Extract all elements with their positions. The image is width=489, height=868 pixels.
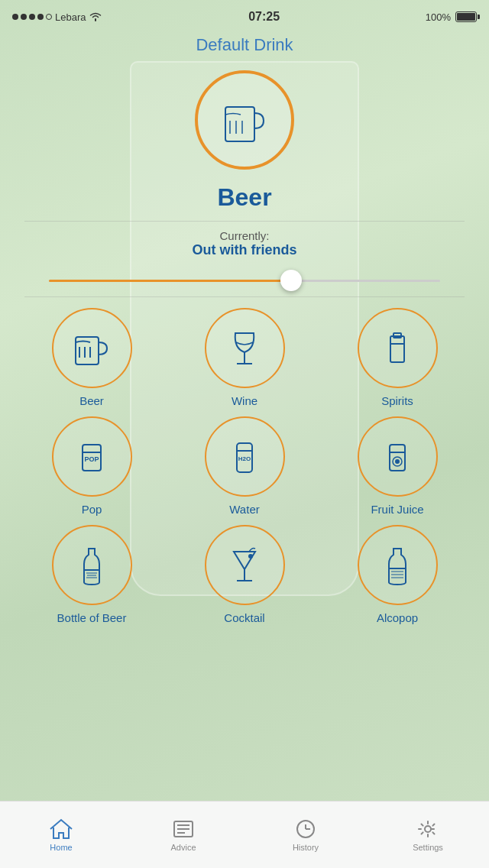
tab-advice[interactable]: Advice — [122, 802, 244, 868]
tab-settings-label: Settings — [413, 843, 443, 852]
divider-1 — [24, 221, 465, 222]
main-content: Default Drink Beer Currently: Out with f… — [0, 31, 489, 624]
selected-drink-name: Beer — [217, 183, 271, 212]
drink-circle-bottleofbeer — [52, 525, 132, 605]
spirits-label: Spirits — [381, 394, 413, 407]
svg-point-37 — [425, 826, 431, 832]
wifi-icon — [89, 11, 102, 24]
drink-circle-beer — [52, 308, 132, 388]
page-title: Default Drink — [196, 35, 293, 55]
drink-circle-spirits — [358, 308, 438, 388]
svg-text:H2O: H2O — [238, 455, 251, 462]
drink-item-pop[interactable]: POP Pop — [15, 416, 168, 516]
status-time: 07:25 — [248, 10, 280, 24]
status-left: Lebara — [12, 11, 102, 24]
drink-slider[interactable] — [49, 269, 440, 292]
svg-point-27 — [248, 554, 253, 559]
wine-label: Wine — [232, 394, 257, 407]
alcopop-label: Alcopop — [377, 611, 418, 624]
tab-history-label: History — [293, 843, 319, 852]
drink-circle-wine — [205, 308, 285, 388]
drink-item-bottleofbeer[interactable]: Bottle of Beer — [15, 525, 168, 624]
tab-settings[interactable]: Settings — [367, 802, 489, 868]
tab-advice-label: Advice — [170, 843, 196, 852]
battery-fill — [457, 13, 475, 21]
carrier-name: Lebara — [55, 11, 86, 23]
drink-grid: Beer Wine Spiri — [0, 308, 489, 624]
dot5 — [46, 14, 52, 20]
cocktail-label: Cocktail — [224, 611, 264, 624]
slider-thumb[interactable] — [280, 270, 302, 291]
svg-rect-10 — [390, 336, 404, 362]
status-right: 100% — [426, 11, 477, 23]
battery-icon — [455, 11, 477, 22]
svg-point-22 — [396, 460, 399, 463]
tab-home[interactable]: Home — [0, 802, 122, 868]
drink-circle-cocktail — [205, 525, 285, 605]
slider-track — [49, 280, 440, 282]
slider-fill — [49, 280, 291, 282]
bottleofbeer-label: Bottle of Beer — [57, 611, 127, 624]
beer-label: Beer — [79, 394, 104, 407]
pop-label: Pop — [82, 503, 102, 516]
currently-value: Out with friends — [193, 242, 297, 258]
drink-item-fruitjuice[interactable]: Fruit Juice — [321, 416, 474, 516]
divider-2 — [24, 296, 465, 297]
water-label: Water — [229, 503, 259, 516]
selected-drink-circle[interactable] — [195, 70, 294, 170]
fruitjuice-label: Fruit Juice — [371, 503, 423, 516]
drink-item-alcopop[interactable]: Alcopop — [321, 525, 474, 624]
drink-item-spirits[interactable]: Spirits — [321, 308, 474, 407]
drink-item-cocktail[interactable]: Cocktail — [168, 525, 321, 624]
status-bar: Lebara 07:25 100% — [0, 0, 489, 31]
signal-dots — [12, 14, 52, 20]
dot2 — [21, 14, 27, 20]
currently-label: Currently: — [219, 229, 269, 242]
drink-circle-fruitjuice — [358, 416, 438, 497]
tab-home-label: Home — [50, 843, 72, 852]
dot1 — [12, 14, 18, 20]
drink-circle-water: H2O — [205, 416, 285, 497]
drink-circle-alcopop — [358, 525, 438, 605]
battery-percent: 100% — [426, 11, 451, 23]
tab-bar: Home Advice History Settings — [0, 801, 489, 868]
dot3 — [29, 14, 35, 20]
drink-item-wine[interactable]: Wine — [168, 308, 321, 407]
dot4 — [37, 14, 44, 20]
svg-text:POP: POP — [84, 455, 99, 463]
drink-item-water[interactable]: H2O Water — [168, 416, 321, 516]
drink-circle-pop: POP — [52, 416, 132, 497]
drink-item-beer[interactable]: Beer — [15, 308, 168, 407]
tab-history[interactable]: History — [244, 802, 367, 868]
svg-rect-19 — [390, 445, 405, 471]
